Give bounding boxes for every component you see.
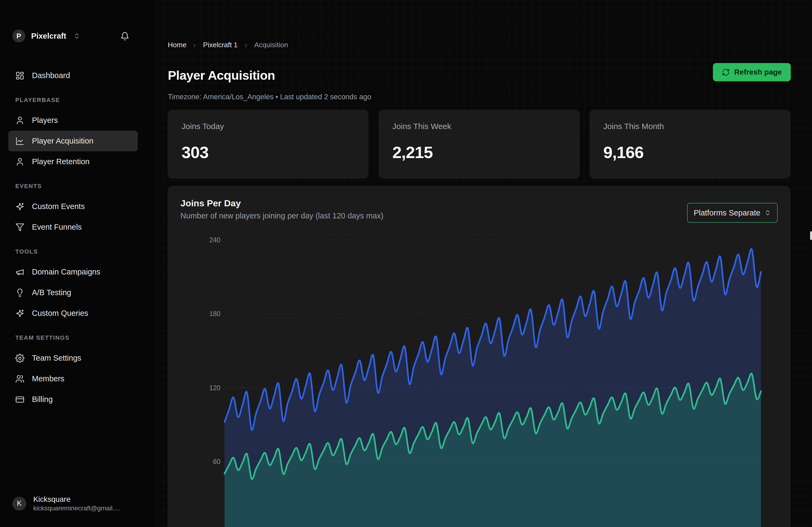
sidebar-item-members[interactable]: Members [8,368,138,389]
sidebar-item-dashboard[interactable]: Dashboard [8,65,138,86]
gear-icon [15,353,25,363]
sidebar-item-label: Domain Campaigns [32,268,100,276]
user-icon [15,157,25,166]
nav-section-header-team-settings: TEAM SETTINGS [0,334,156,341]
sidebar-item-team-settings[interactable]: Team Settings [8,348,138,368]
sidebar-item-player-acquisition[interactable]: Player Acquisition [8,131,138,151]
sidebar-item-label: A/B Testing [32,288,71,297]
y-axis-label-180: 180 [209,310,220,317]
chevrons-up-down-icon [764,209,771,216]
sparkles-icon [15,202,25,211]
breadcrumb-workspace[interactable]: Pixelcraft 1 [203,41,238,49]
stats-row: Joins Today 303 Joins This Week 2,215 Jo… [168,110,790,178]
users-icon [15,374,25,383]
sidebar-item-label: Members [32,374,64,383]
sidebar-item-players[interactable]: Players [8,110,138,131]
megaphone-icon [15,268,25,277]
joins-per-day-card: 24018012060 Joins Per Day Number of new … [168,186,790,527]
sidebar-item-a-b-testing[interactable]: A/B Testing [8,282,138,303]
stat-card-joins-today: Joins Today 303 [168,110,368,178]
stat-value: 303 [182,143,355,162]
stat-label: Joins This Week [392,122,566,131]
nav-section-header-playerbase: PLAYERBASE [0,96,156,104]
user-account[interactable]: K Kicksquare kicksquareminecraft@gmail..… [12,495,120,512]
chevrons-up-down-icon [73,32,80,40]
y-axis-label-120: 120 [209,384,220,391]
breadcrumb-home[interactable]: Home [168,41,186,49]
main-content: Home Pixelcraft 1 Acquisition Player Acq… [156,0,812,527]
chevron-right-icon [243,42,249,48]
workspace-name: Pixelcraft [31,32,66,41]
breadcrumb: Home Pixelcraft 1 Acquisition [168,41,288,49]
chart-title: Joins Per Day [180,198,241,209]
y-axis-label-240: 240 [209,236,220,244]
sparkles-icon [15,309,25,318]
sidebar-item-label: Billing [32,395,53,404]
stat-label: Joins Today [182,122,355,131]
user-name: Kicksquare [33,495,120,504]
scrollbar-thumb[interactable] [810,231,812,240]
sidebar-item-label: Dashboard [32,71,70,80]
nav-section-header-tools: TOOLS [0,248,156,255]
sidebar-item-domain-campaigns[interactable]: Domain Campaigns [8,261,138,282]
refresh-page-button[interactable]: Refresh page [713,63,791,81]
sidebar-nav: DashboardPLAYERBASEPlayersPlayer Acquisi… [0,65,156,410]
sidebar-item-label: Player Retention [32,157,89,166]
dashboard-icon [15,71,25,80]
sidebar-item-label: Team Settings [32,353,81,362]
page-title: Player Acquisition [168,68,275,82]
workspace-avatar: P [12,30,25,42]
sidebar-item-event-funnels[interactable]: Event Funnels [8,217,138,238]
chevron-right-icon [192,42,198,48]
sidebar-item-billing[interactable]: Billing [8,389,138,410]
user-icon [15,116,25,125]
sidebar-item-label: Player Acquisition [32,137,93,146]
sidebar-item-custom-queries[interactable]: Custom Queries [8,303,138,323]
stat-card-joins-this-month: Joins This Month 9,166 [590,110,790,178]
stat-value: 9,166 [603,143,777,162]
sidebar: P Pixelcraft DashboardPLAYERBASEPlayersP… [0,0,156,527]
sidebar-item-custom-events[interactable]: Custom Events [8,196,138,217]
user-avatar: K [12,497,26,511]
refresh-page-label: Refresh page [734,68,782,76]
stat-value: 2,215 [392,143,566,162]
sidebar-item-label: Custom Queries [32,309,88,318]
nav-section-header-events: EVENTS [0,183,156,190]
breadcrumb-current: Acquisition [254,41,288,49]
stat-card-joins-this-week: Joins This Week 2,215 [379,110,579,178]
credit-card-icon [15,395,25,404]
refresh-icon [722,68,730,76]
platforms-dropdown[interactable]: Platforms Separate [687,203,778,223]
user-email: kicksquareminecraft@gmail.... [33,504,120,512]
sidebar-item-label: Event Funnels [32,223,82,231]
notifications-bell-icon[interactable] [120,32,129,41]
sidebar-item-player-retention[interactable]: Player Retention [8,151,138,172]
lightbulb-icon [15,288,25,297]
page-meta: Timezone: America/Los_Angeles • Last upd… [168,93,371,101]
sidebar-item-label: Players [32,116,58,125]
y-axis-label-60: 60 [213,458,220,465]
chart-subtitle: Number of new players joining per day (l… [180,211,383,220]
sidebar-item-label: Custom Events [32,202,85,211]
chart-line-icon [15,137,25,146]
funnel-icon [15,223,25,232]
stat-label: Joins This Month [603,122,777,131]
joins-per-day-chart: 24018012060 [168,186,790,527]
platforms-dropdown-value: Platforms Separate [694,209,760,217]
